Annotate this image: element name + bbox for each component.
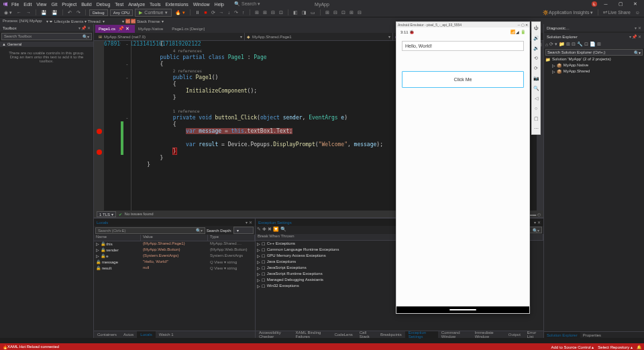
sln-project[interactable]: ▷ 📦MyApp.Shared <box>544 68 644 74</box>
step-over-button[interactable]: ↷ <box>233 9 239 16</box>
restart-button[interactable]: ⟳ <box>210 9 217 16</box>
panel-tab[interactable]: Breakpoints <box>377 331 405 338</box>
feedback-icon[interactable]: ☺ <box>634 9 641 16</box>
menu-git[interactable]: Git <box>51 2 57 7</box>
app-insights[interactable]: 🔆 Application Insights ▾ <box>541 9 594 16</box>
sln-search[interactable]: Search Solution Explorer (Ctrl+;)🔍▾ <box>545 49 643 56</box>
tool-icon[interactable]: ⊡ <box>278 9 284 16</box>
more-icon[interactable]: ⋯ <box>533 125 539 131</box>
tool-icon[interactable]: ⊡ <box>340 9 347 16</box>
doc-tab[interactable]: Page1.cs [Design] <box>168 25 210 33</box>
menu-build[interactable]: Build <box>81 2 92 7</box>
panel-tab[interactable]: Command Window <box>438 331 472 338</box>
emu-textbox[interactable]: Hello, World! <box>402 41 524 51</box>
overview-icon[interactable]: ▢ <box>533 115 539 121</box>
undo-button[interactable]: ↶ <box>66 9 73 16</box>
menu-help[interactable]: Help <box>215 2 224 7</box>
maximize-button[interactable]: ▢ <box>614 0 627 8</box>
panel-tab[interactable]: Error List <box>524 331 543 338</box>
continue-button[interactable]: ▶Continue▾ <box>135 9 172 17</box>
sync-icon[interactable]: ⟳ <box>549 42 553 47</box>
locals-row[interactable]: 🔒 resultnullQ View ▾ string <box>94 266 255 272</box>
toolbox-search[interactable]: Search Toolbox🔍▾ <box>1 33 92 40</box>
tool-icon[interactable]: ⊞ <box>262 9 268 16</box>
close-button[interactable]: ✕ <box>629 0 641 8</box>
camera-icon[interactable]: 📷 <box>533 75 539 81</box>
class-selector[interactable]: ◆MyApp.Shared.Page1▾ <box>245 33 393 40</box>
panel-tab[interactable]: Autos <box>120 331 137 338</box>
locals-row[interactable]: ▷ 🔒 this{MyApp.Shared.Page1}MyApp.Shared… <box>94 241 255 247</box>
user-badge[interactable]: L <box>592 1 597 7</box>
menu-file[interactable]: File <box>11 2 19 7</box>
emu-controls[interactable]: ─ ▢ ✕ <box>518 23 528 27</box>
bell-icon[interactable]: 🔔 <box>637 345 641 349</box>
save-all-button[interactable]: 💾 <box>50 9 59 16</box>
panel-tab[interactable]: Call Stack <box>356 331 377 338</box>
home-icon[interactable]: ○ <box>533 105 539 111</box>
doc-tab[interactable]: Page1.cs📌 ✕ <box>95 25 135 33</box>
add-source-control[interactable]: Add to Source Control ▴ <box>551 345 594 349</box>
tool-icon[interactable]: ⊟ <box>332 9 339 16</box>
platform-combo[interactable]: Any CPU <box>110 9 133 16</box>
stop-button[interactable]: ■ <box>203 9 208 16</box>
emu-navbar[interactable] <box>396 306 529 313</box>
project-selector[interactable]: ⊞MyApp.Shared (net7.0)▾ <box>97 33 245 40</box>
rotate-right-icon[interactable]: ⟳ <box>533 65 539 71</box>
menu-debug[interactable]: Debug <box>97 2 111 7</box>
toolbox-category[interactable]: ▲General <box>0 42 93 47</box>
locals-row[interactable]: 🔒 message"Hello, World!"Q View ▾ string <box>94 259 255 266</box>
minimize-button[interactable]: ─ <box>600 0 612 8</box>
tool-icon[interactable]: ⊟ <box>270 9 276 16</box>
zoom-icon[interactable]: 🔍 <box>533 85 539 91</box>
hot-reload-button[interactable]: 🔥 ▾ <box>174 9 186 16</box>
tool-icon[interactable]: ▭ <box>309 9 317 16</box>
sln-project[interactable]: ▷ 📦MyApp.Native <box>544 62 644 68</box>
power-icon[interactable]: ⏻ <box>533 25 539 31</box>
tls-pill[interactable]: 1 TLS ▾ <box>97 211 116 217</box>
tool-icon[interactable]: ◨ <box>301 9 308 16</box>
tab-properties[interactable]: Properties <box>580 332 604 338</box>
menu-tools[interactable]: Tools <box>150 2 160 7</box>
search-menu[interactable]: 🔍 Search ▾ <box>234 1 260 7</box>
volume-down-icon[interactable]: 🔉 <box>533 45 539 51</box>
nav-fwd[interactable]: → <box>25 9 32 16</box>
back-icon[interactable]: ◁ <box>533 95 539 101</box>
redo-button[interactable]: ↷ <box>75 9 82 16</box>
panel-tab[interactable]: Accessibility Checker <box>256 331 292 338</box>
menu-extensions[interactable]: Extensions <box>165 2 188 7</box>
menu-test[interactable]: Test <box>115 2 123 7</box>
locals-search[interactable]: Search (Ctrl+E)🔍▾ <box>95 227 205 234</box>
pause-button[interactable]: ⏸ <box>194 9 201 16</box>
emu-click-me-button[interactable]: Click Me <box>402 71 524 88</box>
sln-root[interactable]: 📁Solution 'MyApp' (2 of 2 projects) <box>544 56 644 62</box>
locals-row[interactable]: ▷ 🔒 sender{MyApp.Web.Button}{MyApp.Web.B… <box>94 247 255 253</box>
home-icon[interactable]: ⌂ <box>545 42 548 47</box>
step-out-button[interactable]: ↑ <box>241 9 246 16</box>
locals-row[interactable]: ▷ 🔒 e{System.EventArgs}System.EventArgs <box>94 253 255 259</box>
doc-tab[interactable]: MyApp.Native <box>135 25 168 33</box>
pin-icon[interactable]: ▾ 📌 ✕ <box>78 25 91 30</box>
menu-analyze[interactable]: Analyze <box>128 2 145 7</box>
menu-edit[interactable]: Edit <box>23 2 32 7</box>
panel-tab[interactable]: Watch 1 <box>156 331 177 338</box>
tool-icon[interactable]: ◧ <box>292 9 299 16</box>
tool-icon[interactable]: ⊞ <box>324 9 331 16</box>
volume-up-icon[interactable]: 🔊 <box>533 35 539 41</box>
panel-tab[interactable]: XAML Binding Failures <box>292 331 331 338</box>
config-combo[interactable]: Debug <box>89 9 108 16</box>
menu-project[interactable]: Project <box>62 2 76 7</box>
panel-tab[interactable]: CodeLens <box>331 331 356 338</box>
menu-window[interactable]: Window <box>193 2 210 7</box>
panel-tab[interactable]: Output <box>505 331 524 338</box>
tab-solution-explorer[interactable]: Solution Explorer <box>544 332 580 338</box>
live-share[interactable]: ⮂ Live Share <box>602 9 631 16</box>
panel-tab[interactable]: Containers <box>94 331 120 338</box>
panel-tab[interactable]: Exception Settings <box>405 331 438 338</box>
tool-icon[interactable]: ⊟ <box>356 9 363 16</box>
menu-view[interactable]: View <box>36 2 46 7</box>
select-repo[interactable]: Select Repository ▴ <box>598 345 633 349</box>
show-next-button[interactable]: → <box>218 9 225 16</box>
panel-tab[interactable]: Immediate Window <box>472 331 505 338</box>
panel-tab[interactable]: Locals <box>137 331 155 338</box>
tool-icon[interactable]: ⊞ <box>348 9 355 16</box>
